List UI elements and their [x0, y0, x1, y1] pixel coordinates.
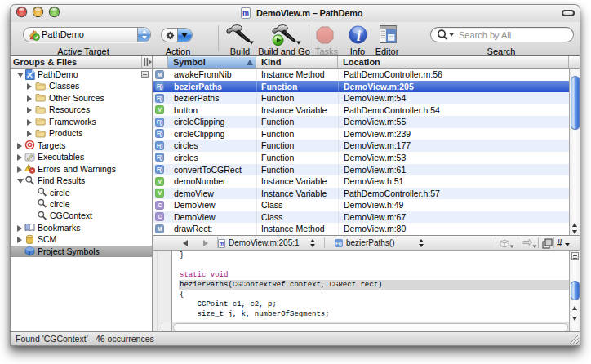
- svg-text:i: i: [357, 27, 362, 44]
